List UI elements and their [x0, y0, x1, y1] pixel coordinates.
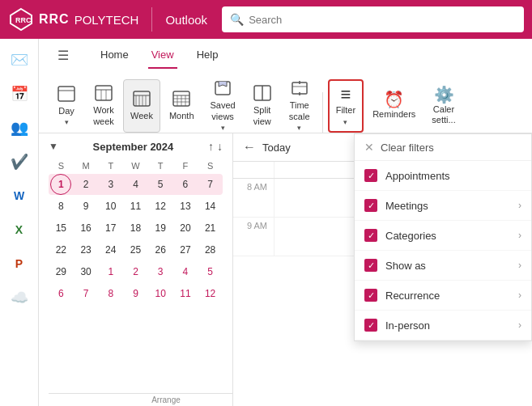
cal-day-21[interactable]: 21	[200, 218, 221, 239]
month-label: Month	[169, 111, 194, 121]
ribbon-btn-cal-settings[interactable]: ⚙️ Calersetti...	[424, 79, 462, 133]
ribbon-btn-split-view[interactable]: Splitview	[245, 79, 280, 133]
sidebar-item-mail[interactable]: ✉️	[5, 45, 34, 74]
logo-area: RRC RRC POLYTECH	[8, 6, 138, 32]
search-bar[interactable]: 🔍	[222, 6, 524, 32]
ribbon-btn-day[interactable]: Day ▾	[49, 79, 84, 133]
cal-day-19[interactable]: 19	[150, 218, 171, 239]
cal-week-row-1: 1 2 3 4 5 6 7	[49, 174, 223, 195]
cal-day-29[interactable]: 29	[50, 261, 71, 282]
filter-label-in-person: In-person	[385, 319, 510, 332]
cal-day-oct10[interactable]: 10	[150, 283, 171, 304]
cal-day-oct3[interactable]: 3	[150, 261, 171, 282]
cal-day-2[interactable]: 2	[75, 174, 96, 195]
cal-day-oct6[interactable]: 6	[50, 283, 71, 304]
cal-day-10[interactable]: 10	[100, 196, 121, 217]
cal-day-20[interactable]: 20	[175, 218, 196, 239]
mini-cal-prev-btn[interactable]: ↑	[208, 140, 214, 153]
ribbon-hamburger[interactable]: ☰	[52, 44, 74, 66]
cal-day-oct5[interactable]: 5	[200, 261, 221, 282]
cal-day-12[interactable]: 12	[150, 196, 171, 217]
cal-day-28[interactable]: 28	[200, 239, 221, 260]
tab-help[interactable]: Help	[194, 42, 222, 69]
filter-label-appointments: Appointments	[385, 170, 521, 182]
cal-day-14[interactable]: 14	[200, 196, 221, 217]
calendar-settings-icon: ⚙️	[434, 87, 454, 103]
cal-day-1[interactable]: 1	[50, 174, 71, 195]
ribbon-btn-workweek[interactable]: Workweek	[86, 79, 121, 133]
cal-week-row-3: 15 16 17 18 19 20 21	[49, 218, 223, 239]
filter-item-meetings[interactable]: ✓ Meetings ›	[355, 191, 531, 221]
cal-today-label[interactable]: Today	[262, 142, 291, 154]
ribbon: ☰ Home View Help Day ▾ Wo	[39, 39, 532, 133]
ribbon-btn-time-scale[interactable]: Timescale ▾	[282, 79, 317, 133]
filter-dropdown-header: ✕ Clear filters	[355, 134, 531, 161]
cal-day-3[interactable]: 3	[100, 174, 121, 195]
sidebar-item-calendar[interactable]: 📅	[5, 79, 34, 108]
cal-day-27[interactable]: 27	[175, 239, 196, 260]
cal-week-row-2: 8 9 10 11 12 13 14	[49, 196, 223, 217]
tab-home[interactable]: Home	[97, 42, 132, 69]
ribbon-btn-filter[interactable]: ≡ Filter ▾	[328, 79, 364, 133]
cal-day-22[interactable]: 22	[50, 239, 71, 260]
filter-item-categories[interactable]: ✓ Categories ›	[355, 221, 531, 251]
main-layout: ✉️ 📅 👥 ✔️ W X P ☁️ ☰ Home View	[0, 39, 532, 406]
cal-day-6[interactable]: 6	[175, 174, 196, 195]
cal-day-8[interactable]: 8	[50, 196, 71, 217]
cal-day-13[interactable]: 13	[175, 196, 196, 217]
cal-back-icon[interactable]: ←	[243, 140, 256, 154]
cloud-icon: ☁️	[11, 289, 28, 307]
cal-day-oct1[interactable]: 1	[100, 261, 121, 282]
ribbon-btn-month[interactable]: Month	[162, 79, 202, 133]
cal-day-11[interactable]: 11	[125, 196, 146, 217]
filter-checkbox-meetings: ✓	[364, 199, 377, 212]
cal-day-4[interactable]: 4	[125, 174, 146, 195]
cal-day-7[interactable]: 7	[200, 174, 221, 195]
sidebar-item-people[interactable]: 👥	[5, 113, 34, 142]
filter-item-appointments[interactable]: ✓ Appointments	[355, 161, 531, 191]
filter-item-in-person[interactable]: ✓ In-person ›	[355, 311, 531, 340]
cal-day-23[interactable]: 23	[75, 239, 96, 260]
month-icon	[172, 91, 190, 109]
filter-item-show-as[interactable]: ✓ Show as ›	[355, 251, 531, 281]
mini-cal-collapse-chevron[interactable]: ▼	[49, 141, 58, 152]
cal-day-oct2[interactable]: 2	[125, 261, 146, 282]
cal-day-5[interactable]: 5	[150, 174, 171, 195]
cal-day-oct8[interactable]: 8	[100, 283, 121, 304]
tab-view[interactable]: View	[148, 42, 177, 69]
cal-day-9[interactable]: 9	[75, 196, 96, 217]
meetings-arrow-icon: ›	[518, 200, 521, 211]
search-input[interactable]	[249, 14, 516, 26]
cal-day-24[interactable]: 24	[100, 239, 121, 260]
cal-week-row-4: 22 23 24 25 26 27 28	[49, 239, 223, 260]
sidebar-item-cloud[interactable]: ☁️	[5, 283, 34, 312]
cal-day-16[interactable]: 16	[75, 218, 96, 239]
cal-day-oct9[interactable]: 9	[125, 283, 146, 304]
time-scale-label: Timescale	[289, 100, 310, 121]
cal-day-oct4[interactable]: 4	[175, 261, 196, 282]
cal-day-oct7[interactable]: 7	[75, 283, 96, 304]
mini-cal-next-btn[interactable]: ↓	[217, 140, 223, 153]
cal-day-17[interactable]: 17	[100, 218, 121, 239]
cal-day-15[interactable]: 15	[50, 218, 71, 239]
sidebar-item-tasks[interactable]: ✔️	[5, 147, 34, 176]
app-header: RRC RRC POLYTECH Outlook 🔍	[0, 0, 532, 39]
cal-day-oct12[interactable]: 12	[200, 283, 221, 304]
cal-day-25[interactable]: 25	[125, 239, 146, 260]
ribbon-btn-reminders[interactable]: ⏰ Reminders	[365, 79, 423, 133]
sidebar-item-powerpoint[interactable]: P	[5, 249, 34, 278]
cal-day-18[interactable]: 18	[125, 218, 146, 239]
cal-day-30[interactable]: 30	[75, 261, 96, 282]
day-icon	[57, 86, 75, 104]
cal-day-26[interactable]: 26	[150, 239, 171, 260]
filter-item-recurrence[interactable]: ✓ Recurrence ›	[355, 281, 531, 311]
filter-close-btn[interactable]: ✕	[364, 141, 374, 154]
clear-filters-label[interactable]: Clear filters	[381, 142, 434, 154]
ribbon-btn-saved-views[interactable]: Savedviews ▾	[203, 79, 243, 133]
sidebar-item-word[interactable]: W	[5, 181, 34, 210]
cal-day-oct11[interactable]: 11	[175, 283, 196, 304]
dow-sat: S	[198, 159, 223, 172]
filter-label-meetings: Meetings	[385, 200, 510, 212]
ribbon-btn-week[interactable]: Week	[123, 79, 160, 133]
sidebar-item-excel[interactable]: X	[5, 215, 34, 244]
